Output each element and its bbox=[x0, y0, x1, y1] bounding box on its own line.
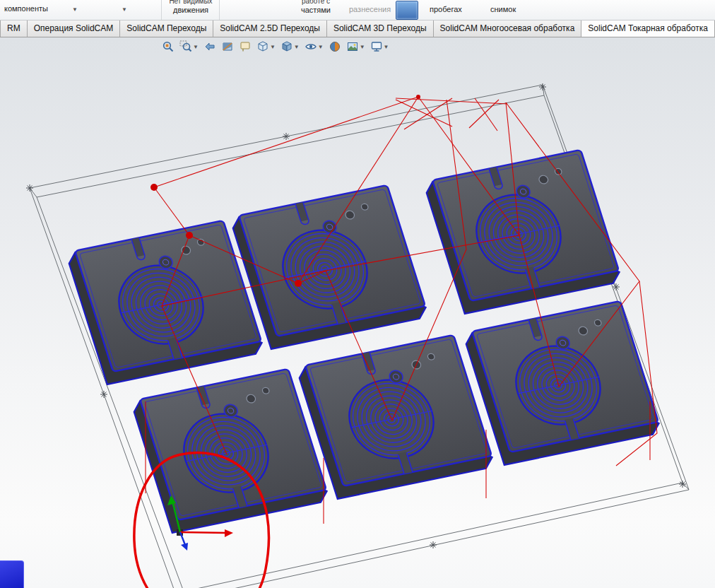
ribbon-label-motion-line2: движения bbox=[173, 6, 208, 14]
ribbon-label-runs: пробегах bbox=[430, 5, 462, 13]
viewport-3d-model bbox=[0, 37, 715, 588]
edit-appearance-icon[interactable] bbox=[328, 39, 342, 54]
zoom-area-icon[interactable]: ▼ bbox=[179, 39, 199, 54]
chevron-down-icon[interactable]: ▼ bbox=[193, 44, 199, 50]
ribbon-separator bbox=[219, 0, 220, 20]
apply-scene-icon[interactable]: ▼ bbox=[345, 39, 366, 54]
zoom-fit-icon[interactable] bbox=[161, 39, 175, 54]
tab-6[interactable]: SolidCAM Токарная обработка bbox=[581, 20, 715, 37]
chevron-down-icon[interactable]: ▼ bbox=[270, 44, 276, 50]
view-orientation-icon[interactable]: ▼ bbox=[256, 39, 276, 54]
ribbon-label-components: компоненты bbox=[4, 4, 48, 13]
chevron-down-icon[interactable]: ▼ bbox=[384, 44, 389, 50]
section-view-icon[interactable] bbox=[220, 39, 235, 54]
tab-2[interactable]: SolidCAM Переходы bbox=[120, 20, 213, 37]
tab-0[interactable]: RM bbox=[0, 20, 28, 37]
display-style-icon[interactable]: ▼ bbox=[280, 39, 300, 54]
ribbon-strip: компоненты ▼ ▼ Нет видимых движения рабо… bbox=[0, 0, 715, 20]
tab-3[interactable]: SolidCAM 2.5D Переходы bbox=[213, 20, 327, 37]
bottom-left-flag[interactable] bbox=[0, 560, 24, 588]
chevron-down-icon[interactable]: ▼ bbox=[318, 44, 324, 50]
viewport: ▼▼▼▼▼▼ bbox=[0, 37, 715, 588]
highlighted-tool-button[interactable] bbox=[396, 1, 418, 20]
tab-1[interactable]: Операция SolidCAM bbox=[28, 20, 121, 37]
ribbon-separator bbox=[161, 0, 162, 20]
hide-show-items-icon[interactable]: ▼ bbox=[304, 39, 324, 54]
chevron-down-icon[interactable]: ▼ bbox=[122, 6, 127, 13]
ribbon-label-parts-line2: частями bbox=[301, 6, 331, 14]
ribbon-group-motion: Нет видимых движения bbox=[165, 0, 216, 14]
chevron-down-icon[interactable]: ▼ bbox=[294, 44, 300, 50]
solidcam-tab-bar: RMОперация SolidCAMSolidCAM ПереходыSoli… bbox=[0, 20, 715, 37]
heads-up-toolbar: ▼▼▼▼▼▼ bbox=[161, 39, 390, 54]
tab-4[interactable]: SolidCAM 3D Переходы bbox=[327, 20, 434, 37]
ribbon-group-exploded-parts: работе с частями bbox=[285, 0, 346, 14]
chevron-down-icon[interactable]: ▼ bbox=[360, 44, 365, 50]
tab-5[interactable]: SolidCAM Многоосевая обработка bbox=[434, 20, 582, 37]
ribbon-label-motion-line1: Нет видимых bbox=[165, 0, 216, 6]
ribbon-label-snapshot: снимок bbox=[490, 5, 516, 13]
chevron-down-icon[interactable]: ▼ bbox=[72, 6, 78, 13]
ribbon-label-explode: разнесения bbox=[349, 5, 391, 13]
previous-view-icon[interactable] bbox=[203, 39, 217, 54]
ribbon-label-parts-line1: работе с bbox=[285, 0, 346, 6]
view-settings-icon[interactable]: ▼ bbox=[370, 39, 390, 54]
dynamic-annotation-views-icon[interactable] bbox=[238, 39, 252, 54]
